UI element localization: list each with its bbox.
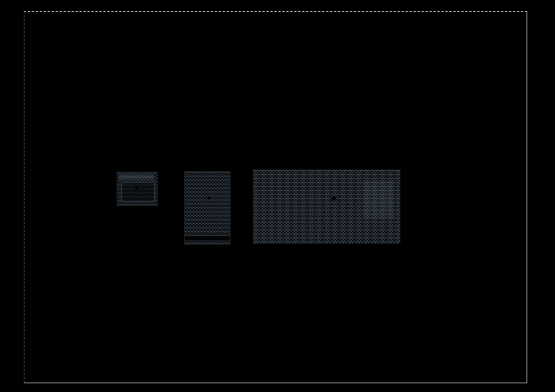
thumbnail-portrait[interactable] bbox=[185, 172, 230, 244]
thumbnail-wide-landscape[interactable] bbox=[254, 170, 400, 243]
viewer-canvas bbox=[0, 0, 555, 392]
thumbnail-small-landscape[interactable] bbox=[117, 173, 157, 205]
